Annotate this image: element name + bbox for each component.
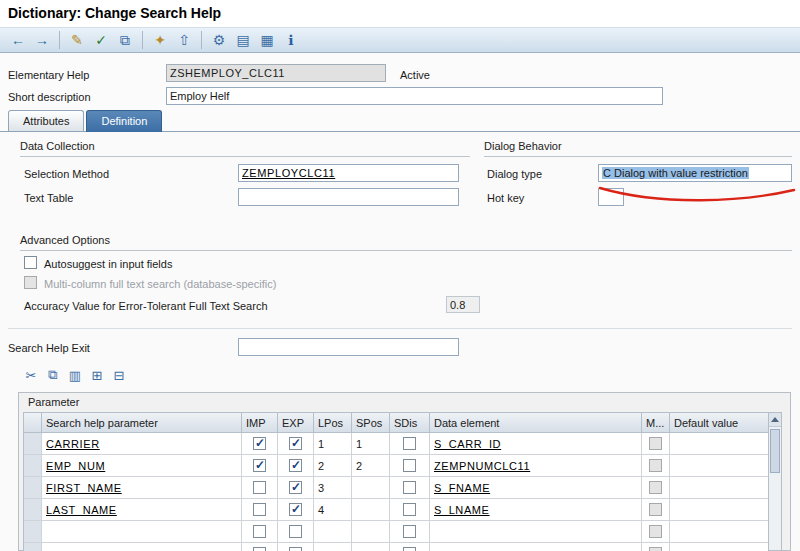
parameter-link[interactable]: FIRST_NAME	[46, 482, 122, 494]
elementary-help-field[interactable]: ZSHEMPLOY_CLC11	[166, 64, 386, 82]
lpos-cell[interactable]: 4	[314, 499, 352, 521]
data-element-link-cell[interactable]: S_LNAME	[430, 499, 642, 521]
text-table-field[interactable]	[238, 188, 459, 206]
exp-checkbox[interactable]	[289, 547, 302, 551]
imp-checkbox[interactable]	[253, 503, 266, 516]
cut-icon[interactable]: ✂	[21, 366, 41, 384]
default-value-cell[interactable]	[670, 477, 769, 499]
modified-checkbox[interactable]	[649, 547, 662, 551]
modified-checkbox[interactable]	[649, 437, 662, 450]
transport-icon[interactable]: ⇧	[173, 30, 195, 50]
lpos-cell[interactable]: 3	[314, 477, 352, 499]
data-element-link[interactable]: S_FNAME	[434, 482, 490, 494]
imp-checkbox[interactable]	[253, 525, 266, 538]
parameter-link-cell[interactable]	[42, 543, 242, 551]
data-element-link-cell[interactable]: ZEMPNUMCLC11	[430, 455, 642, 477]
modified-checkbox[interactable]	[649, 503, 662, 516]
default-value-cell[interactable]	[670, 433, 769, 455]
sdis-checkbox[interactable]	[403, 547, 416, 551]
info-icon[interactable]: ℹ	[280, 30, 302, 50]
row-selector[interactable]	[24, 499, 42, 521]
row-selector[interactable]	[24, 477, 42, 499]
spos-cell[interactable]: 2	[352, 455, 390, 477]
data-element-link[interactable]: S_CARR_ID	[434, 438, 501, 450]
sdis-checkbox[interactable]	[403, 503, 416, 516]
parameter-link-cell[interactable]: EMP_NUM	[42, 455, 242, 477]
exp-checkbox[interactable]	[289, 437, 302, 450]
display-change-icon[interactable]: ✎	[66, 30, 88, 50]
row-selector[interactable]	[24, 543, 42, 551]
activate-icon[interactable]: ✦	[149, 30, 171, 50]
row-selector[interactable]	[24, 521, 42, 543]
lpos-cell[interactable]	[314, 543, 352, 551]
row-selector[interactable]	[24, 433, 42, 455]
search-help-exit-field[interactable]	[238, 338, 459, 356]
imp-checkbox[interactable]	[253, 547, 266, 551]
lpos-cell[interactable]: 2	[314, 455, 352, 477]
lpos-cell[interactable]	[314, 521, 352, 543]
accuracy-value-field[interactable]: 0.8	[446, 296, 480, 313]
imp-checkbox[interactable]	[253, 481, 266, 494]
where-used-icon[interactable]: ▤	[232, 30, 254, 50]
scrollbar-thumb[interactable]	[770, 429, 780, 473]
default-value-cell[interactable]	[670, 499, 769, 521]
sdis-checkbox[interactable]	[403, 437, 416, 450]
parameter-link-cell[interactable]	[42, 521, 242, 543]
data-element-link[interactable]: S_LNAME	[434, 504, 490, 516]
sdis-checkbox[interactable]	[403, 459, 416, 472]
parameter-link[interactable]: LAST_NAME	[46, 504, 117, 516]
row-selector[interactable]	[24, 455, 42, 477]
exp-checkbox[interactable]	[289, 525, 302, 538]
back-icon[interactable]: ←	[7, 30, 29, 50]
data-element-link-cell[interactable]: S_CARR_ID	[430, 433, 642, 455]
insert-row-icon[interactable]: ⊞	[87, 366, 107, 384]
parameter-link-cell[interactable]: FIRST_NAME	[42, 477, 242, 499]
multi-column-checkbox[interactable]	[24, 276, 37, 289]
modified-checkbox[interactable]	[649, 481, 662, 494]
modified-checkbox[interactable]	[649, 459, 662, 472]
tab-definition[interactable]: Definition	[86, 110, 162, 132]
data-element-link-cell[interactable]: S_FNAME	[430, 477, 642, 499]
table-scrollbar[interactable]	[768, 412, 782, 551]
lpos-cell[interactable]: 1	[314, 433, 352, 455]
sdis-checkbox[interactable]	[403, 481, 416, 494]
data-element-link-cell[interactable]	[430, 521, 642, 543]
imp-checkbox[interactable]	[253, 459, 266, 472]
spos-cell[interactable]: 1	[352, 433, 390, 455]
spos-cell[interactable]	[352, 543, 390, 551]
delete-row-icon[interactable]: ⊟	[109, 366, 129, 384]
parameter-link[interactable]: EMP_NUM	[46, 460, 105, 472]
spos-cell[interactable]	[352, 499, 390, 521]
tab-attributes[interactable]: Attributes	[8, 110, 84, 131]
copy-icon[interactable]: ⧉	[114, 30, 136, 50]
hot-key-field[interactable]	[598, 188, 624, 206]
autosuggest-checkbox[interactable]	[24, 256, 37, 269]
spos-cell[interactable]	[352, 477, 390, 499]
default-value-cell[interactable]	[670, 455, 769, 477]
data-element-link-cell[interactable]	[430, 543, 642, 551]
parameter-link-cell[interactable]: CARRIER	[42, 433, 242, 455]
default-value-cell[interactable]	[670, 543, 769, 551]
data-element-link[interactable]: ZEMPNUMCLC11	[434, 460, 530, 472]
scroll-up-button[interactable]	[769, 413, 781, 427]
imp-checkbox[interactable]	[253, 437, 266, 450]
parameter-link[interactable]: CARRIER	[46, 438, 100, 450]
exp-checkbox[interactable]	[289, 481, 302, 494]
default-value-cell[interactable]	[670, 521, 769, 543]
sdis-checkbox[interactable]	[403, 525, 416, 538]
parameter-link-cell[interactable]: LAST_NAME	[42, 499, 242, 521]
exp-checkbox[interactable]	[289, 459, 302, 472]
dialog-type-field[interactable]: C Dialog with value restriction	[598, 164, 792, 182]
spos-cell[interactable]	[352, 521, 390, 543]
selection-method-field[interactable]: ZEMPLOYCLC11	[238, 164, 459, 182]
selection-method-link[interactable]: ZEMPLOYCLC11	[242, 167, 335, 179]
short-description-field[interactable]: Employ Helf	[166, 87, 663, 105]
copy-icon[interactable]: ⧉	[43, 366, 63, 384]
forward-icon[interactable]: →	[31, 30, 53, 50]
table-icon[interactable]: ▦	[256, 30, 278, 50]
modified-checkbox[interactable]	[649, 525, 662, 538]
paste-icon[interactable]: ▥	[65, 366, 85, 384]
exp-checkbox[interactable]	[289, 503, 302, 516]
test-icon[interactable]: ⚙	[208, 30, 230, 50]
check-icon[interactable]: ✓	[90, 30, 112, 50]
